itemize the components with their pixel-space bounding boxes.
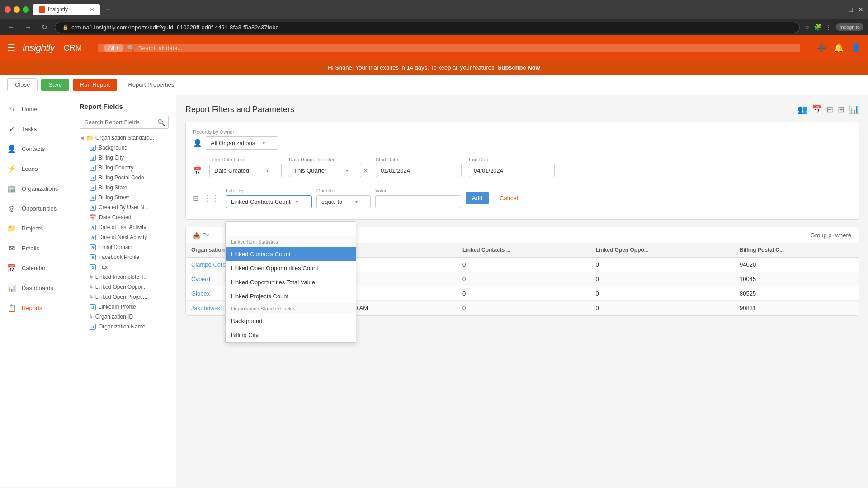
field-label: Background: [99, 145, 127, 151]
window-minimize-icon[interactable]: –: [840, 6, 844, 13]
tree-item-billing-postal-code[interactable]: a Billing Postal Code: [89, 173, 169, 183]
owner-icon: 👤: [193, 139, 202, 147]
end-date-input[interactable]: [469, 164, 555, 177]
field-label: Facebook Profile: [99, 254, 139, 260]
field-label: Date of Last Activity: [99, 224, 146, 230]
sidebar-item-calendar[interactable]: 📅 Calendar: [0, 258, 72, 278]
user-avatar-icon[interactable]: 👤: [851, 43, 861, 53]
tree-item-organization-id[interactable]: # Organization ID: [89, 312, 169, 322]
chart-view-btn[interactable]: 📊: [849, 104, 859, 114]
close-button[interactable]: Close: [7, 78, 38, 91]
search-report-fields-input[interactable]: [80, 116, 169, 129]
sidebar-item-leads[interactable]: ⚡ Leads: [0, 159, 72, 178]
tab-close-btn[interactable]: ✕: [90, 7, 94, 13]
header-actions: ➕ 🔔 👤: [816, 43, 861, 53]
tree-item-created-by-user[interactable]: a Created By User N...: [89, 202, 169, 212]
field-type-icon: a: [90, 225, 96, 230]
save-button[interactable]: Save: [41, 79, 69, 91]
calendar-view-btn[interactable]: 📅: [812, 104, 822, 114]
window-maximize-icon[interactable]: □: [849, 6, 853, 13]
bookmark-icon[interactable]: ☆: [804, 23, 810, 31]
filter-date-field-select[interactable]: Date Created ▾: [209, 164, 282, 177]
sidebar-item-opportunities[interactable]: ◎ Opportunities: [0, 198, 72, 218]
sidebar-item-emails[interactable]: ✉ Emails: [0, 238, 72, 258]
tree-item-billing-street[interactable]: a Billing Street: [89, 192, 169, 202]
export-button[interactable]: 📤 Ex: [193, 232, 209, 239]
start-date-input[interactable]: [376, 164, 462, 177]
field-label: Email Domain: [99, 244, 132, 250]
sidebar-item-reports[interactable]: 📋 Reports: [0, 298, 72, 318]
dropdown-item-linked-projects-count[interactable]: Linked Projects Count: [226, 289, 356, 303]
tree-items: a Background a Billing City a Billing Co…: [80, 143, 169, 332]
dropdown-item-linked-open-opp-count[interactable]: Linked Open Opportunities Count: [226, 261, 356, 275]
tree-item-linked-open-projec[interactable]: # Linked Open Projec...: [89, 292, 169, 302]
filter-view-btn[interactable]: ⊟: [826, 104, 833, 114]
browser-tab[interactable]: i Insightly ✕: [33, 4, 100, 15]
tree-item-date-created[interactable]: 📅 Date Created: [89, 212, 169, 222]
end-date-group: End Date: [469, 157, 555, 177]
tree-item-date-next-activity[interactable]: a Date of Next Activity: [89, 232, 169, 242]
records-by-owner-select[interactable]: All Organizations ▾: [206, 136, 278, 150]
nav-refresh-btn[interactable]: ↻: [39, 22, 50, 33]
window-max-btn[interactable]: [23, 6, 29, 13]
tree-item-billing-city[interactable]: a Billing City: [89, 153, 169, 163]
linked-open-cell: 0: [590, 301, 735, 315]
value-input[interactable]: [375, 195, 461, 208]
add-record-icon[interactable]: ➕: [816, 43, 826, 53]
dropdown-search-input[interactable]: [226, 222, 356, 236]
dropdown-item-billing-city[interactable]: Billing City: [226, 328, 356, 342]
tree-item-linked-open-oppo[interactable]: # Linked Open Oppor...: [89, 282, 169, 292]
sidebar-item-projects[interactable]: 📁 Projects: [0, 218, 72, 238]
tree-item-organization-name[interactable]: a Organization Name: [89, 322, 169, 332]
tree-root: ◄ 📁 Organisation Standard...: [80, 134, 169, 141]
filter-by-select[interactable]: Linked Contacts Count ▾: [226, 195, 312, 208]
tree-item-facebook-profile[interactable]: a Facebook Profile: [89, 252, 169, 262]
tree-item-billing-state[interactable]: a Billing State: [89, 183, 169, 192]
run-report-button[interactable]: Run Report: [73, 79, 117, 91]
dropdown-item-background[interactable]: Background: [226, 314, 356, 328]
sidebar-item-tasks[interactable]: ✓ Tasks: [0, 119, 72, 139]
window-close-icon[interactable]: ✕: [858, 6, 863, 13]
url-bar[interactable]: 🔒 crm.na1.insightly.com/reports/edit?gui…: [55, 22, 800, 33]
people-view-btn[interactable]: 👥: [797, 104, 807, 114]
global-search-input[interactable]: [138, 45, 795, 52]
new-tab-btn[interactable]: +: [102, 3, 114, 16]
sidebar-item-label-emails: Emails: [22, 245, 39, 252]
operator-select[interactable]: equal to ▾: [316, 195, 371, 208]
value-group: Value: [375, 188, 461, 208]
window-close-btn[interactable]: [5, 6, 11, 13]
tree-item-email-domain[interactable]: a Email Domain: [89, 242, 169, 252]
dropdown-item-linked-contacts-count[interactable]: Linked Contacts Count: [226, 247, 356, 261]
hamburger-menu-icon[interactable]: ☰: [7, 42, 15, 53]
ssl-lock-icon: 🔒: [62, 24, 69, 30]
nav-forward-btn[interactable]: →: [22, 22, 34, 32]
add-filter-button[interactable]: Add: [466, 192, 489, 204]
notifications-icon[interactable]: 🔔: [834, 43, 844, 53]
clear-date-range-icon[interactable]: ✕: [363, 167, 368, 174]
browser-menu-icon[interactable]: ⋮: [825, 23, 831, 31]
subscribe-now-link[interactable]: Subscribe Now: [498, 64, 540, 71]
search-filter-pill[interactable]: All ▾: [104, 44, 123, 52]
tree-item-linkedin-profile[interactable]: a LinkedIn Profile: [89, 302, 169, 312]
tree-collapse-icon[interactable]: ◄: [80, 135, 85, 141]
sidebar-item-organizations[interactable]: 🏢 Organizations: [0, 178, 72, 198]
dropdown-item-linked-opp-total-value[interactable]: Linked Opportunities Total Value: [226, 275, 356, 289]
extensions-icon[interactable]: 🧩: [814, 23, 821, 31]
tree-item-linked-incomplete[interactable]: # Linked Incomplete T...: [89, 272, 169, 282]
tree-item-fax[interactable]: a Fax: [89, 262, 169, 272]
tree-item-billing-country[interactable]: a Billing Country: [89, 163, 169, 173]
tree-root-label: Organisation Standard...: [95, 135, 154, 141]
window-min-btn[interactable]: [14, 6, 20, 13]
tree-item-date-last-activity[interactable]: a Date of Last Activity: [89, 222, 169, 232]
search-fields-icon: 🔍: [157, 119, 165, 126]
reports-icon: 📋: [7, 303, 16, 312]
nav-back-btn[interactable]: ←: [5, 22, 17, 32]
grid-view-btn[interactable]: ⊞: [838, 104, 844, 114]
report-properties-button[interactable]: Report Properties: [121, 79, 181, 91]
sidebar-item-contacts[interactable]: 👤 Contacts: [0, 139, 72, 159]
sidebar-item-home[interactable]: ⌂ Home: [0, 99, 72, 119]
sidebar-item-dashboards[interactable]: 📊 Dashboards: [0, 278, 72, 298]
cancel-filter-button[interactable]: Cancel: [493, 192, 524, 204]
date-range-select[interactable]: This Quarter ▾: [289, 164, 361, 177]
tree-item-background[interactable]: a Background: [89, 143, 169, 153]
